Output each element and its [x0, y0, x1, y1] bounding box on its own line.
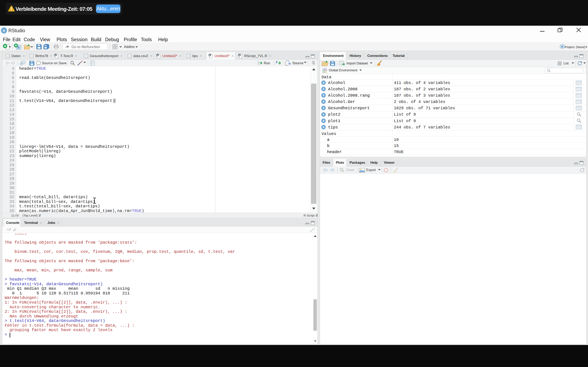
- svg-text:R: R: [3, 29, 5, 33]
- svg-text:R: R: [209, 54, 210, 57]
- svg-text:R: R: [239, 54, 240, 57]
- svg-text:R: R: [157, 54, 158, 57]
- svg-text:R: R: [55, 54, 56, 57]
- svg-text:R: R: [17, 46, 20, 49]
- svg-text:R: R: [561, 45, 563, 48]
